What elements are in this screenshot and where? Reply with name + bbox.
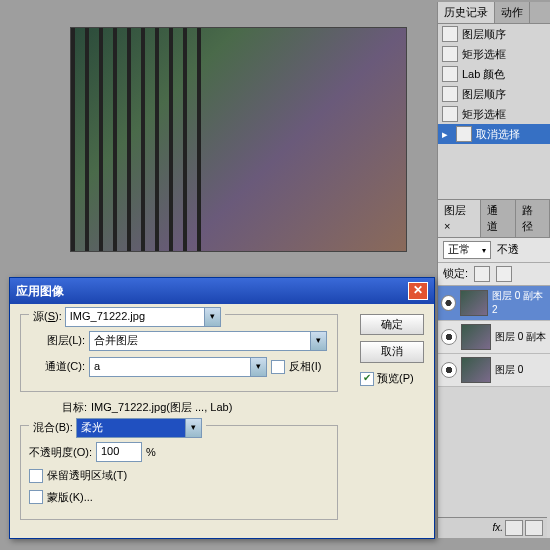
chevron-down-icon[interactable]: ▾	[205, 307, 221, 327]
blend-bar: 正常 ▾ 不透	[438, 238, 550, 263]
blend-select[interactable]: 柔光	[76, 418, 186, 438]
lab-color-icon	[442, 66, 458, 82]
deselect-icon	[456, 126, 472, 142]
opacity-row: 不透明度(O): 100 %	[29, 442, 329, 462]
chevron-down-icon[interactable]: ▾	[251, 357, 267, 377]
invert-checkbox[interactable]	[271, 360, 285, 374]
tab-actions[interactable]: 动作	[495, 2, 530, 23]
invert-label: 反相(I)	[289, 359, 321, 374]
layer-name: 图层 0 副本	[495, 330, 546, 344]
history-item[interactable]: 矩形选框	[438, 44, 550, 64]
history-list: 图层顺序 矩形选框 Lab 颜色 图层顺序 矩形选框 ▸取消选择	[438, 24, 550, 200]
marquee-icon	[442, 106, 458, 122]
history-label: 矩形选框	[462, 47, 506, 62]
blend-fieldset: 混合(B): 柔光▾ 不透明度(O): 100 % 保留透明区域(T) 蒙版(K…	[20, 425, 338, 520]
history-tabs: 历史记录 动作	[438, 2, 550, 24]
layer-row[interactable]: 图层 0	[438, 354, 550, 387]
cancel-button[interactable]: 取消	[360, 341, 424, 362]
blend-mode-select[interactable]: 正常 ▾	[443, 241, 491, 259]
channel-field-label: 通道(C):	[29, 359, 85, 374]
preserve-row: 保留透明区域(T)	[29, 468, 329, 483]
layer-thumbnail	[460, 290, 488, 316]
mask-icon[interactable]	[505, 520, 523, 536]
layer-row[interactable]: 图层 0 副本	[438, 321, 550, 354]
history-item[interactable]: 矩形选框	[438, 104, 550, 124]
fx-icon[interactable]: fx.	[492, 521, 503, 535]
layers-footer: fx.	[438, 517, 547, 538]
layer-name: 图层 0	[495, 363, 523, 377]
layer-thumbnail	[461, 324, 491, 350]
visibility-icon[interactable]	[441, 295, 456, 311]
tab-history[interactable]: 历史记录	[438, 2, 495, 23]
apply-image-dialog: 应用图像 ✕ 确定 取消 ✔ 预览(P) 源(S): IMG_71222.jpg…	[9, 277, 435, 539]
dialog-titlebar[interactable]: 应用图像 ✕	[10, 278, 434, 304]
history-label: Lab 颜色	[462, 67, 505, 82]
marquee-icon	[442, 46, 458, 62]
history-item[interactable]: 图层顺序	[438, 24, 550, 44]
lock-bar: 锁定:	[438, 263, 550, 286]
blend-mode-value: 正常	[448, 242, 470, 257]
history-label: 图层顺序	[462, 87, 506, 102]
layer-name: 图层 0 副本 2	[492, 289, 547, 317]
layer-tabs: 图层 × 通道 路径	[438, 200, 550, 238]
mask-row: 蒙版(K)...	[29, 490, 329, 505]
layer-order-icon	[442, 86, 458, 102]
chevron-down-icon[interactable]: ▾	[186, 418, 202, 438]
dialog-side-buttons: 确定 取消 ✔ 预览(P)	[360, 314, 424, 386]
preview-checkbox[interactable]: ✔	[360, 372, 374, 386]
lock-pixels-icon[interactable]	[474, 266, 490, 282]
dialog-title: 应用图像	[16, 283, 64, 300]
pointer-icon: ▸	[442, 127, 452, 142]
blend-legend: 混合(B): 柔光▾	[29, 418, 206, 438]
layer-select[interactable]: 合并图层	[89, 331, 311, 351]
layer-order-icon	[442, 26, 458, 42]
layer-row-selected[interactable]: 图层 0 副本 2	[438, 286, 550, 321]
visibility-icon[interactable]	[441, 362, 457, 378]
preview-row[interactable]: ✔ 预览(P)	[360, 371, 424, 386]
layer-thumbnail	[461, 357, 491, 383]
close-icon[interactable]: ✕	[408, 282, 428, 300]
adjustment-icon[interactable]	[525, 520, 543, 536]
panels-dock: 历史记录 动作 图层顺序 矩形选框 Lab 颜色 图层顺序 矩形选框 ▸取消选择…	[437, 2, 550, 538]
lock-label: 锁定:	[443, 266, 468, 281]
tab-paths[interactable]: 路径	[516, 200, 550, 237]
source-fieldset: 源(S): IMG_71222.jpg▾ 图层(L): 合并图层▾ 通道(C):…	[20, 314, 338, 392]
channel-row: 通道(C): a▾ 反相(I)	[29, 357, 329, 377]
history-item[interactable]: 图层顺序	[438, 84, 550, 104]
target-label: 目标:	[62, 400, 87, 415]
ok-button[interactable]: 确定	[360, 314, 424, 335]
canvas-image	[70, 27, 407, 252]
history-item[interactable]: Lab 颜色	[438, 64, 550, 84]
target-value: IMG_71222.jpg(图层 ..., Lab)	[91, 400, 232, 415]
mask-checkbox[interactable]	[29, 490, 43, 504]
history-label: 图层顺序	[462, 27, 506, 42]
opacity-unit: %	[146, 445, 156, 460]
visibility-icon[interactable]	[441, 329, 457, 345]
opacity-input[interactable]: 100	[96, 442, 142, 462]
chevron-down-icon: ▾	[482, 245, 486, 256]
layers-panel: 正常 ▾ 不透 锁定: 图层 0 副本 2 图层 0 副本 图层 0	[438, 238, 550, 387]
preview-label: 预览(P)	[377, 372, 414, 384]
channel-select[interactable]: a	[89, 357, 251, 377]
target-row: 目标: IMG_71222.jpg(图层 ..., Lab)	[62, 400, 424, 415]
layer-field-label: 图层(L):	[29, 333, 85, 348]
lock-position-icon[interactable]	[496, 266, 512, 282]
layer-row-input: 图层(L): 合并图层▾	[29, 331, 329, 351]
opacity-label: 不透	[497, 242, 519, 257]
source-select[interactable]: IMG_71222.jpg	[65, 307, 205, 327]
tab-layers[interactable]: 图层 ×	[438, 200, 481, 237]
preserve-label: 保留透明区域(T)	[47, 468, 127, 483]
tab-channels[interactable]: 通道	[481, 200, 515, 237]
opacity-field-label: 不透明度(O):	[29, 445, 92, 460]
history-label: 取消选择	[476, 127, 520, 142]
mask-label: 蒙版(K)...	[47, 490, 93, 505]
dialog-body: 确定 取消 ✔ 预览(P) 源(S): IMG_71222.jpg▾ 图层(L)…	[10, 304, 434, 538]
source-legend: 源(S): IMG_71222.jpg▾	[29, 307, 225, 327]
chevron-down-icon[interactable]: ▾	[311, 331, 327, 351]
history-label: 矩形选框	[462, 107, 506, 122]
preserve-checkbox[interactable]	[29, 469, 43, 483]
history-item-selected[interactable]: ▸取消选择	[438, 124, 550, 144]
